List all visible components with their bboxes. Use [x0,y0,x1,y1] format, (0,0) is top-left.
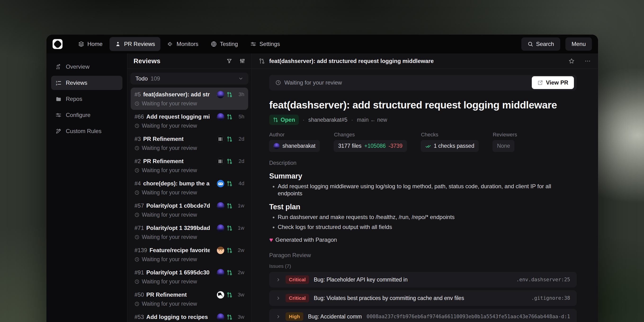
sidebar-item-label: Repos [66,96,82,102]
pr-detail-scroll-area[interactable]: Waiting for your review View PR feat(das… [252,69,598,322]
pr-number: #71 [134,225,144,231]
review-status-banner: Waiting for your review View PR [269,75,577,90]
reviews-scroll-area[interactable]: #5 feat(dashserver): add structured requ… [131,88,248,322]
issue-card[interactable]: High Bug: Accidental commit of numerous … [269,309,577,322]
sidebar-item-reviews[interactable]: Reviews [51,76,122,90]
adjustments-icon[interactable] [239,58,245,64]
pr-title: feat(dashserver): add structured request… [269,100,577,110]
nav-item-monitors[interactable]: Monitors [162,37,204,51]
pr-age: 1w [235,225,244,231]
chevron-right-icon[interactable] [276,314,281,319]
meta-label: Author [269,132,320,138]
more-options-icon[interactable] [584,58,591,64]
clock-icon [134,279,140,284]
pr-title: chore(deps): bump the all group acros… [143,180,210,187]
issue-card[interactable]: Critical Bug: Placeholder API key commit… [269,272,577,288]
separator-dot: · [351,116,353,123]
author-avatar [217,136,224,143]
pr-number: #3 [134,136,141,142]
pr-title: Add request logging middleware to r… [146,114,210,120]
review-list-item[interactable]: #53 Add logging to recipes routes 3w Wai… [131,310,248,322]
issue-location: .env.dashserver:25 [516,277,570,282]
person-icon [115,41,121,47]
folder-icon [56,96,62,102]
testplan-heading: Test plan [269,203,577,211]
nav-item-label: Home [87,41,102,47]
pr-number: #66 [134,114,144,120]
review-list-item[interactable]: #66 Add request logging middleware to r…… [131,110,248,132]
review-list-item[interactable]: #3 PR Refinement 2d Waiting for your rev… [131,132,248,154]
issue-card[interactable]: Critical Bug: Violates best practices by… [269,290,577,306]
sidebar-item-overview[interactable]: Overview [51,60,122,74]
pull-request-icon [226,248,232,253]
issue-title: Bug: Accidental commit of numerous [308,314,362,320]
pr-status: Waiting for your review [142,190,197,196]
nav-item-testing[interactable]: Testing [206,37,243,51]
review-list-item[interactable]: #71 Polarity/opt 1 3299bdad 1w Waiting f… [131,221,248,244]
pr-age: 3w [235,292,244,298]
top-navigation: Home PR Reviews Monitors Testing Setting… [46,34,598,54]
nav-item-home[interactable]: Home [73,37,108,51]
pr-detail-panel: feat(dashserver): add structured request… [252,54,598,322]
pr-meta-line: Open · shanebarakat#5 · main ← new [269,115,577,124]
sidebar-item-label: Reviews [66,80,87,86]
author-avatar [217,113,224,120]
dropdown-count-badge: 109 [150,75,160,82]
meta-changes: Changes 3177 files +105086 -3739 [334,132,406,152]
view-pr-button[interactable]: View PR [532,76,574,89]
pr-header-title: feat(dashserver): add structured request… [269,58,434,64]
sidebar-item-configure[interactable]: Configure [51,108,122,122]
author-avatar [217,180,224,187]
review-list-item[interactable]: #139 Feature/recipe favorites 2w Waiting… [131,244,248,266]
app-logo[interactable] [52,39,62,49]
sidebar-item-label: Configure [66,112,90,118]
chevron-right-icon[interactable] [276,296,281,301]
nav-item-label: Monitors [177,41,198,47]
review-list-item[interactable]: #57 Polarity/opt 1 c0bcde7d 1w Waiting f… [131,199,248,221]
chevron-right-icon[interactable] [276,277,281,282]
external-link-icon [538,80,543,86]
banner-text: Waiting for your review [284,79,342,86]
clock-icon [275,80,281,86]
filter-icon[interactable] [226,58,232,64]
status-filter-dropdown[interactable]: Todo 109 [131,73,248,84]
sidebar-item-label: Custom Rules [66,128,102,134]
nav-item-pr-reviews[interactable]: PR Reviews [110,37,160,51]
generated-text: Generated with Paragon [275,236,337,244]
summary-heading: Summary [269,172,577,180]
pr-age: 3w [235,314,244,320]
pr-ref: shanebarakat#5 [308,117,347,123]
issue-title: Bug: Placeholder API key committed in [314,276,408,283]
reviewers-value: None [497,143,510,149]
issue-title: Bug: Violates best practices by committi… [314,295,464,302]
clock-icon [134,212,140,217]
nav-item-settings[interactable]: Settings [245,37,285,51]
review-list-item[interactable]: #50 PR Refinement 3w Waiting for your re… [131,288,248,310]
sidebar-item-repos[interactable]: Repos [51,92,122,106]
meta-checks: Checks 1 checks passed [421,132,478,152]
description-label: Description [269,160,577,166]
separator-dot: · [302,116,304,123]
search-button[interactable]: Search [521,38,560,51]
review-list-item[interactable]: #2 PR Refinement 2d Waiting for your rev… [131,154,248,177]
star-icon[interactable] [568,58,575,64]
sliders-icon [250,41,256,47]
pr-number: #5 [134,91,141,98]
sidebar-item-custom-rules[interactable]: Custom Rules [51,124,122,138]
pr-status: Waiting for your review [142,167,197,174]
checks-chip: 1 checks passed [421,140,478,152]
nav-item-label: Settings [260,41,280,47]
severity-badge: Critical [286,294,309,302]
pr-detail-header: feat(dashserver): add structured request… [252,54,598,69]
review-list-item[interactable]: #4 chore(deps): bump the all group acros… [131,177,248,199]
pr-title: Polarity/opt 1 c0bcde7d [146,202,210,209]
review-list-item[interactable]: #5 feat(dashserver): add structured requ… [131,88,248,110]
menu-button[interactable]: Menu [566,38,592,51]
additions-count: +105086 [364,143,386,149]
pr-status: Waiting for your review [142,278,197,285]
pr-status: Waiting for your review [142,123,197,129]
pull-request-icon [226,136,232,142]
review-list-item[interactable]: #91 Polarity/opt 1 6595dc30 2w Waiting f… [131,266,248,288]
pr-age: 4d [235,180,244,186]
pull-request-icon [226,114,232,120]
